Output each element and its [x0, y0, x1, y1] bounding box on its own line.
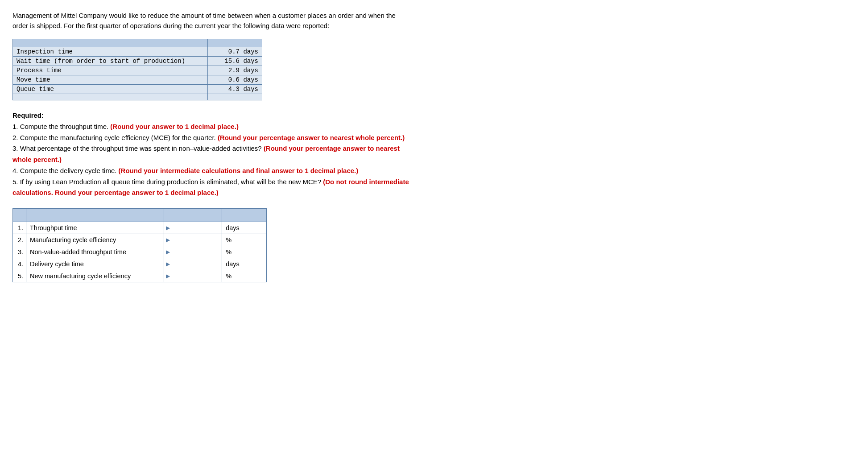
answer-row: 4.Delivery cycle time▶days — [13, 258, 267, 270]
req-4-num: 4. — [12, 167, 20, 174]
arrow-icon: ▶ — [164, 249, 170, 255]
answer-input-field[interactable] — [170, 235, 220, 245]
answer-row-unit: % — [222, 234, 267, 246]
answer-row: 1.Throughput time▶days — [13, 222, 267, 234]
answer-row-input-cell[interactable]: ▶ — [164, 270, 222, 282]
answer-input-field[interactable] — [170, 223, 220, 233]
data-row-value: 0.6 days — [208, 75, 262, 85]
req-1-normal: Compute the throughput time. — [20, 123, 111, 130]
answer-row-input-cell[interactable]: ▶ — [164, 258, 222, 270]
answer-header-unit — [222, 209, 267, 222]
answer-row-label: Manufacturing cycle efficiency — [26, 234, 164, 246]
answer-row-num: 4. — [13, 258, 26, 270]
answer-row-num: 2. — [13, 234, 26, 246]
req-2-red: (Round your percentage answer to nearest… — [218, 134, 405, 141]
intro-text: Management of Mittel Company would like … — [12, 11, 503, 31]
required-item-5: 5. If by using Lean Production all queue… — [12, 177, 503, 188]
data-footer-col2 — [208, 94, 262, 100]
data-footer-col1 — [13, 94, 208, 100]
answer-row-num: 1. — [13, 222, 26, 234]
answer-row-num: 3. — [13, 246, 26, 258]
required-section: Required: 1. Compute the throughput time… — [12, 110, 503, 198]
answer-row-input-cell[interactable]: ▶ — [164, 246, 222, 258]
arrow-icon: ▶ — [164, 237, 170, 243]
arrow-icon: ▶ — [164, 261, 170, 267]
answer-row-unit: days — [222, 222, 267, 234]
data-header-col1 — [13, 39, 208, 47]
req-3-num: 3. — [12, 144, 20, 152]
answer-input-field[interactable] — [170, 259, 220, 269]
answer-row-num: 5. — [13, 270, 26, 282]
required-item-1: 1. Compute the throughput time. (Round y… — [12, 121, 503, 132]
data-row: Wait time (from order to start of produc… — [13, 57, 262, 66]
req-1-num: 1. — [12, 123, 20, 130]
answer-row-input-cell[interactable]: ▶ — [164, 234, 222, 246]
req-2-num: 2. — [12, 134, 20, 141]
required-item-5-cont: calculations. Round your percentage answ… — [12, 187, 503, 198]
answer-header-label — [26, 209, 164, 222]
answer-row-unit: % — [222, 246, 267, 258]
answer-row-unit: days — [222, 258, 267, 270]
answer-row-label: Delivery cycle time — [26, 258, 164, 270]
data-row-label: Inspection time — [13, 47, 208, 57]
req-1-red: (Round your answer to 1 decimal place.) — [110, 123, 239, 130]
data-row-label: Queue time — [13, 85, 208, 94]
data-row: Inspection time0.7 days — [13, 47, 262, 57]
answer-header-num — [13, 209, 26, 222]
data-row: Queue time4.3 days — [13, 85, 262, 94]
data-row-value: 15.6 days — [208, 57, 262, 66]
answer-row-label: Non-value-added throughput time — [26, 246, 164, 258]
answer-row: 5.New manufacturing cycle efficiency▶% — [13, 270, 267, 282]
data-row: Move time0.6 days — [13, 75, 262, 85]
req-4-normal: Compute the delivery cycle time. — [20, 167, 119, 174]
arrow-icon: ▶ — [164, 225, 170, 231]
data-row-label: Process time — [13, 66, 208, 75]
data-row-label: Move time — [13, 75, 208, 85]
req-5-num: 5. — [12, 178, 20, 186]
req-3-red: (Round your percentage answer to nearest — [264, 144, 400, 152]
answer-table: 1.Throughput time▶days2.Manufacturing cy… — [12, 208, 267, 282]
required-item-3-cont: whole percent.) — [12, 154, 503, 165]
answer-row-input-cell[interactable]: ▶ — [164, 222, 222, 234]
given-data-table: Inspection time0.7 daysWait time (from o… — [12, 39, 262, 100]
required-heading: Required: — [12, 111, 44, 119]
answer-row-label: New manufacturing cycle efficiency — [26, 270, 164, 282]
required-item-3: 3. What percentage of the throughput tim… — [12, 143, 503, 154]
answer-row-unit: % — [222, 270, 267, 282]
answer-input-field[interactable] — [170, 271, 220, 281]
data-row-value: 0.7 days — [208, 47, 262, 57]
data-row-value: 2.9 days — [208, 66, 262, 75]
req-3-cont: whole percent.) — [12, 156, 62, 163]
req-5-red: (Do not round intermediate — [323, 178, 409, 186]
intro-line2: order is shipped. For the first quarter … — [12, 22, 329, 29]
data-row-label: Wait time (from order to start of produc… — [13, 57, 208, 66]
required-item-2: 2. Compute the manufacturing cycle effic… — [12, 132, 503, 144]
req-5-cont: calculations. Round your percentage answ… — [12, 189, 219, 196]
req-2-normal: Compute the manufacturing cycle efficien… — [20, 134, 218, 141]
data-row-value: 4.3 days — [208, 85, 262, 94]
data-row: Process time2.9 days — [13, 66, 262, 75]
arrow-icon: ▶ — [164, 273, 170, 279]
data-header-col2 — [208, 39, 262, 47]
req-3-normal: What percentage of the throughput time w… — [20, 144, 264, 152]
required-item-4: 4. Compute the delivery cycle time. (Rou… — [12, 165, 503, 177]
answer-input-field[interactable] — [170, 247, 220, 257]
answer-row-label: Throughput time — [26, 222, 164, 234]
intro-line1: Management of Mittel Company would like … — [12, 12, 396, 19]
answer-row: 3.Non-value-added throughput time▶% — [13, 246, 267, 258]
answer-row: 2.Manufacturing cycle efficiency▶% — [13, 234, 267, 246]
req-5-normal: If by using Lean Production all queue ti… — [20, 178, 323, 186]
req-4-red: (Round your intermediate calculations an… — [119, 167, 359, 174]
answer-header-input — [164, 209, 222, 222]
